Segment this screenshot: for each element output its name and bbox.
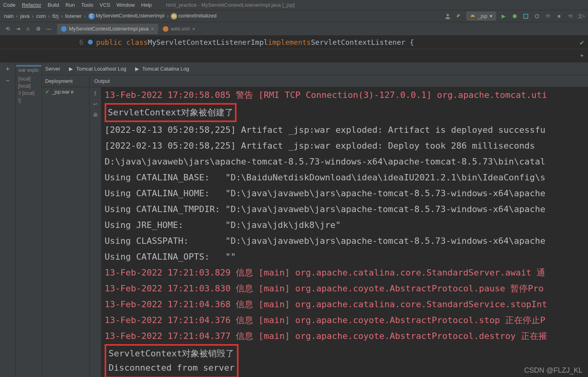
highlighted-log-block: ServletContext对象被销毁了Disconnected from se… [105, 344, 239, 377]
output-header[interactable]: Output [90, 75, 110, 87]
main-layout: + − war explo [local] [local] 3 [local] … [0, 63, 588, 377]
translate-icon[interactable]: 文A [578, 13, 585, 20]
breadcrumb-bar: nain› java› com› flzj› listener› CMyServ… [0, 10, 588, 22]
log-line: 13-Feb-2022 17:20:58.085 警告 [RMI TCP Con… [105, 87, 585, 103]
tree-item[interactable]: war explo [16, 67, 42, 74]
debug-button[interactable] [511, 13, 518, 20]
toolbar-right: _jsp ▾ ▶ ⟳ ■ ⟲ 文A [444, 11, 585, 21]
stop-icon[interactable]: ■ [556, 13, 563, 20]
log-line: Using CLASSPATH: "D:\java\javaweb\jars\a… [105, 233, 585, 249]
editor-code-line[interactable]: 6 public class MyServletContextListenerI… [0, 36, 588, 49]
left-tree-strip: war explo [local] [local] 3 [local] l] [16, 63, 42, 377]
menu-code[interactable]: Code [3, 2, 15, 8]
crumb-java[interactable]: java [19, 13, 31, 19]
deployment-item[interactable]: ✔ _jsp:war e [42, 87, 89, 96]
user-icon[interactable] [444, 13, 451, 20]
gear-icon[interactable]: ⚙ [34, 25, 43, 33]
svg-rect-2 [524, 14, 528, 18]
class-icon: C [88, 13, 95, 19]
deployment-header[interactable]: Deployment [42, 75, 90, 87]
menu-tools[interactable]: Tools [81, 2, 93, 8]
log-line: D:\java\javaweb\jars\apache-tomcat-8.5.7… [105, 154, 585, 170]
run-config-dropdown[interactable]: _jsp ▾ [466, 11, 496, 21]
svg-point-1 [513, 14, 517, 18]
profiler-icon[interactable] [533, 13, 540, 20]
log-line: 13-Feb-2022 17:21:03.829 信息 [main] org.a… [105, 265, 585, 281]
hide-icon[interactable]: — [44, 25, 53, 33]
hammer-icon[interactable] [455, 13, 462, 20]
deployment-list: ✔ _jsp:war e [42, 87, 90, 377]
crumb-sub[interactable]: listener [64, 13, 82, 19]
log-line: ServletContext对象被创建了 [105, 103, 585, 122]
back-icon[interactable]: ⟲ [3, 25, 12, 33]
gutter-class-icon [88, 38, 93, 46]
run-tabs: Server ▶ Tomcat Localhost Log ▶ Tomcat C… [42, 63, 588, 75]
add-config-button[interactable]: + [4, 65, 12, 73]
expand-icon[interactable]: ⎌ [24, 25, 32, 33]
menu-refactor[interactable]: Refactor [22, 2, 41, 8]
svg-point-3 [535, 14, 539, 18]
deployment-label: _jsp:war e [52, 89, 74, 95]
log-line: Using CATALINA_HOME: "D:\java\javaweb\ja… [105, 186, 585, 201]
log-line: 13-Feb-2022 17:21:04.376 信息 [main] org.a… [105, 312, 585, 328]
tomcat-icon [470, 13, 475, 19]
crosshair-icon[interactable]: ✦ [580, 53, 584, 59]
editor-tabs: MyServletContextListenerImpl.java × web.… [57, 24, 199, 34]
tab-web-xml[interactable]: web.xml × [159, 24, 199, 34]
close-icon[interactable]: × [192, 26, 195, 32]
tab-server[interactable]: Server [45, 66, 60, 72]
menu-window[interactable]: Window [116, 2, 135, 8]
menu-vcs[interactable]: VCS [99, 2, 110, 8]
log-line: Using CATALINA_TMPDIR: "D:\java\javaweb\… [105, 201, 585, 217]
log-line: 13-Feb-2022 17:21:04.377 信息 [main] org.a… [105, 328, 585, 344]
crumb-class[interactable]: CMyServletContextListenerImpl [88, 13, 165, 19]
remove-config-button[interactable]: − [4, 77, 12, 85]
java-class-icon [61, 26, 67, 32]
text-wrap-icon[interactable]: ↩ [93, 101, 97, 107]
sub-header: Deployment Output [42, 75, 588, 87]
svg-point-4 [88, 40, 93, 44]
tree-item[interactable]: [local] [16, 75, 42, 82]
console-side-icons: ↥ ↩ 🖶 [90, 87, 101, 377]
coverage-icon[interactable] [522, 13, 529, 20]
run-toolbar-col: + − [0, 63, 16, 377]
crumb-pkg[interactable]: flzj [52, 13, 59, 19]
console-output[interactable]: 13-Feb-2022 17:20:58.085 警告 [RMI TCP Con… [101, 87, 588, 377]
watermark: CSDN @FLZJ_KL [524, 366, 582, 375]
tree-item[interactable]: [local] [16, 82, 42, 90]
check-icon: ✔ [45, 89, 50, 95]
run-panel: Server ▶ Tomcat Localhost Log ▶ Tomcat C… [42, 63, 588, 377]
crumb-com[interactable]: com [35, 13, 47, 19]
log-icon: ▶ [134, 66, 140, 72]
crumb-method[interactable]: mcontextInitialized [170, 13, 217, 19]
collapse-icon[interactable]: ⇥ [13, 25, 22, 33]
method-icon: m [171, 13, 177, 19]
tab-label: MyServletContextListenerImpl.java [69, 26, 149, 32]
log-line: 13-Feb-2022 17:21:04.368 信息 [main] org.a… [105, 297, 585, 312]
crumb-root[interactable]: nain [3, 13, 15, 19]
tab-localhost-log[interactable]: ▶ Tomcat Localhost Log [68, 66, 126, 72]
run-button[interactable]: ▶ [500, 13, 507, 20]
tab-catalina-log[interactable]: ▶ Tomcat Catalina Log [134, 66, 189, 72]
menu-help[interactable]: Help [141, 2, 152, 8]
window-title: html_practice - MyServletContextListener… [166, 2, 294, 8]
tree-item[interactable]: 3 [local] [16, 90, 42, 97]
editor-actions: ✦ [0, 49, 588, 63]
print-icon[interactable]: 🖶 [93, 112, 98, 118]
log-line: [2022-02-13 05:20:58,225] Artifact _jsp:… [105, 122, 585, 138]
inspection-ok-icon[interactable]: ✔ [580, 38, 584, 46]
menu-build[interactable]: Build [48, 2, 59, 8]
tab-listener-java[interactable]: MyServletContextListenerImpl.java × [57, 24, 158, 34]
run-config-label: _jsp [478, 13, 487, 19]
chevron-down-icon: ▾ [490, 13, 493, 19]
menu-run[interactable]: Run [65, 2, 75, 8]
refresh-icon[interactable]: ⟲ [567, 13, 574, 20]
log-line: Using JRE_HOME: "D:\java\jdk\jdk8\jre" [105, 217, 585, 233]
close-icon[interactable]: × [151, 26, 154, 32]
tree-item[interactable]: l] [16, 97, 42, 104]
breadcrumb: nain› java› com› flzj› listener› CMyServ… [3, 13, 217, 19]
arrow-up-icon[interactable]: ↥ [93, 90, 97, 96]
svg-point-0 [447, 14, 449, 16]
log-icon: ▶ [68, 66, 74, 72]
attach-icon[interactable]: ⟳ [544, 13, 552, 20]
